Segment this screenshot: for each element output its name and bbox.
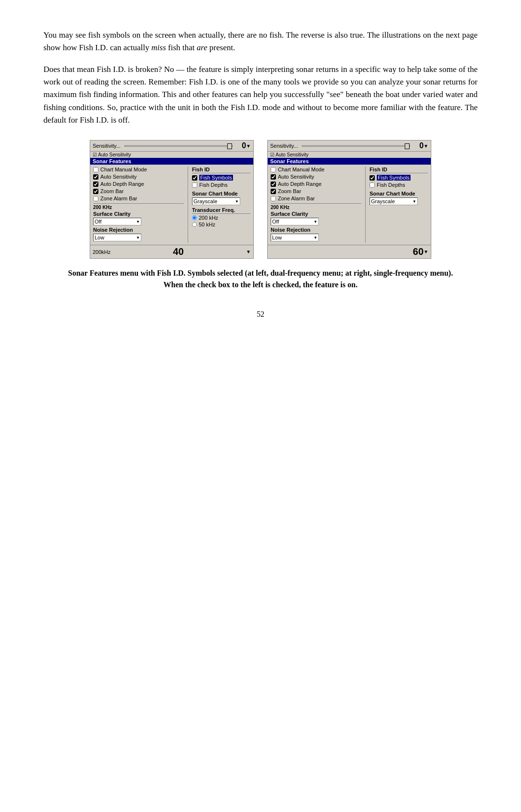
right-slider-area (302, 145, 410, 147)
left-slider-area (124, 145, 233, 147)
left-status-bar: 200kHz 40 ▼ (90, 245, 253, 258)
left-zoom-bar-row: Zoom Bar (93, 188, 184, 194)
left-radio-200khz-label: 200 kHz (199, 215, 218, 221)
right-noise-rejection-dropdown[interactable]: Low ▼ (271, 234, 319, 241)
left-auto-depth-range-row: Auto Depth Range (93, 181, 184, 187)
right-fish-depths-label: Fish Depths (377, 182, 405, 188)
left-auto-sensitivity-check-row: Auto Sensitivity (93, 174, 184, 180)
right-auto-sensitivity-check-label: Auto Sensitivity (278, 174, 314, 180)
left-sonar-features-bar: Sonar Features (90, 158, 253, 165)
right-auto-depth-range-label: Auto Depth Range (278, 181, 322, 187)
left-menu-body: Chart Manual Mode Auto Sensitivity Auto … (90, 165, 253, 245)
left-slider-thumb[interactable] (227, 143, 232, 149)
right-col-right: Fish ID Fish Symbols Fish Depths Sonar C… (365, 167, 428, 243)
left-auto-sensitivity-row: ☑ Auto Sensitivity (90, 152, 253, 158)
left-menu-columns: Chart Manual Mode Auto Sensitivity Auto … (93, 167, 250, 243)
left-fish-symbols-checkbox[interactable] (192, 175, 197, 181)
right-title-bar: Sensitivity... 0 ▼ (268, 140, 431, 152)
left-surface-clarity-dropdown[interactable]: Off ▼ (93, 218, 141, 225)
right-auto-sensitivity-checkbox[interactable] (271, 174, 276, 180)
left-auto-sensitivity-check-label: Auto Sensitivity (100, 174, 137, 180)
left-zone-alarm-bar-row: Zone Alarm Bar (93, 196, 184, 201)
right-zone-alarm-bar-row: Zone Alarm Bar (271, 196, 361, 201)
right-sonar-features-label: Sonar Features (270, 158, 309, 164)
left-fish-symbols-label: Fish Symbols (199, 175, 233, 181)
right-fish-symbols-checkbox[interactable] (370, 175, 375, 181)
left-sensitivity-value: 0 (236, 141, 246, 150)
right-sensitivity-label: Sensitivity... (270, 143, 298, 149)
right-sensitivity-value: 0 (414, 141, 424, 150)
right-chart-manual-mode-label: Chart Manual Mode (278, 167, 325, 172)
left-auto-sensitivity-label: ☑ Auto Sensitivity (93, 152, 131, 157)
left-freq-label: 200 KHz (93, 203, 184, 210)
right-auto-sensitivity-row: ☑ Auto Sensitivity (268, 152, 431, 158)
right-sonar-chart-mode-arrow: ▼ (412, 199, 416, 204)
left-title-bar: Sensitivity... 0 ▼ (90, 140, 253, 152)
right-zone-alarm-bar-checkbox[interactable] (271, 196, 276, 201)
left-surface-clarity-arrow: ▼ (136, 220, 140, 224)
right-auto-sensitivity-check-row: Auto Sensitivity (271, 174, 361, 180)
left-auto-sensitivity-checkbox[interactable] (93, 174, 98, 180)
right-menu-panel: Sensitivity... 0 ▼ ☑ Auto Sensitivity So… (267, 140, 431, 259)
left-sonar-features-label: Sonar Features (93, 158, 131, 164)
right-auto-depth-range-checkbox[interactable] (271, 182, 276, 187)
caption-text: Sonar Features menu with Fish I.D. Symbo… (68, 269, 453, 289)
left-transducer-freq-label: Transducer Freq. (192, 207, 250, 214)
left-status-value: 40 (173, 246, 184, 257)
right-menu-columns: Chart Manual Mode Auto Sensitivity Auto … (271, 167, 428, 243)
right-status-bar: 60 ▼ (268, 245, 431, 258)
left-zone-alarm-bar-label: Zone Alarm Bar (100, 196, 137, 201)
figure-caption: Sonar Features menu with Fish I.D. Symbo… (43, 267, 478, 291)
left-zone-alarm-bar-checkbox[interactable] (93, 196, 98, 201)
right-status-value: 60 (413, 246, 424, 257)
left-surface-clarity-value: Off (95, 219, 101, 224)
left-noise-rejection-value: Low (95, 235, 104, 240)
left-fish-depths-checkbox[interactable] (192, 182, 197, 188)
left-zoom-bar-checkbox[interactable] (93, 189, 98, 194)
left-radio-50khz-label: 50 kHz (199, 222, 215, 227)
left-radio-200khz[interactable] (192, 215, 197, 220)
right-zoom-bar-checkbox[interactable] (271, 189, 276, 194)
right-fish-symbols-row: Fish Symbols (370, 175, 428, 181)
right-scroll-arrow[interactable]: ▼ (424, 143, 428, 149)
right-noise-rejection-label: Noise Rejection (271, 227, 361, 233)
right-status-scroll[interactable]: ▼ (424, 249, 428, 254)
right-surface-clarity-dropdown[interactable]: Off ▼ (271, 218, 319, 225)
right-slider-track[interactable] (302, 145, 410, 147)
left-sonar-chart-mode-label: Sonar Chart Mode (192, 191, 250, 196)
left-scroll-arrow[interactable]: ▼ (246, 143, 251, 149)
right-zoom-bar-row: Zoom Bar (271, 188, 361, 194)
right-sonar-chart-mode-dropdown[interactable]: Grayscale ▼ (370, 197, 418, 205)
left-sensitivity-label: Sensitivity... (93, 143, 121, 149)
left-status-scroll[interactable]: ▼ (246, 249, 251, 254)
right-col-left: Chart Manual Mode Auto Sensitivity Auto … (271, 167, 365, 243)
left-slider-track[interactable] (124, 145, 233, 147)
right-chart-manual-mode-checkbox[interactable] (271, 167, 276, 172)
left-fish-id-label: Fish ID (192, 167, 250, 173)
right-fish-depths-row: Fish Depths (370, 182, 428, 188)
left-radio-50khz[interactable] (192, 222, 197, 227)
left-sonar-chart-mode-dropdown[interactable]: Grayscale ▼ (192, 197, 240, 205)
right-fish-symbols-label: Fish Symbols (377, 175, 411, 181)
right-auto-depth-range-row: Auto Depth Range (271, 181, 361, 187)
left-col-right: Fish ID Fish Symbols Fish Depths Sonar C… (188, 167, 250, 243)
left-fish-depths-label: Fish Depths (199, 182, 228, 188)
right-surface-clarity-label: Surface Clarity (271, 211, 361, 217)
paragraph-2: Does that mean Fish I.D. is broken? No —… (43, 63, 478, 127)
left-auto-depth-range-label: Auto Depth Range (100, 181, 144, 187)
left-zoom-bar-label: Zoom Bar (100, 188, 123, 194)
right-noise-rejection-arrow: ▼ (314, 236, 317, 240)
left-status-label: 200kHz (93, 249, 110, 255)
right-sonar-features-bar: Sonar Features (268, 158, 431, 165)
left-auto-depth-range-checkbox[interactable] (93, 182, 98, 187)
left-noise-rejection-dropdown[interactable]: Low ▼ (93, 234, 141, 241)
right-fish-depths-checkbox[interactable] (370, 182, 375, 188)
left-chart-manual-mode-label: Chart Manual Mode (100, 167, 147, 172)
page-number: 52 (43, 310, 478, 319)
right-noise-rejection-value: Low (272, 235, 282, 240)
left-chart-manual-mode-checkbox[interactable] (93, 167, 98, 172)
right-menu-body: Chart Manual Mode Auto Sensitivity Auto … (268, 165, 431, 245)
right-slider-thumb[interactable] (405, 143, 410, 149)
right-fish-id-label: Fish ID (370, 167, 428, 173)
left-surface-clarity-label: Surface Clarity (93, 211, 184, 217)
